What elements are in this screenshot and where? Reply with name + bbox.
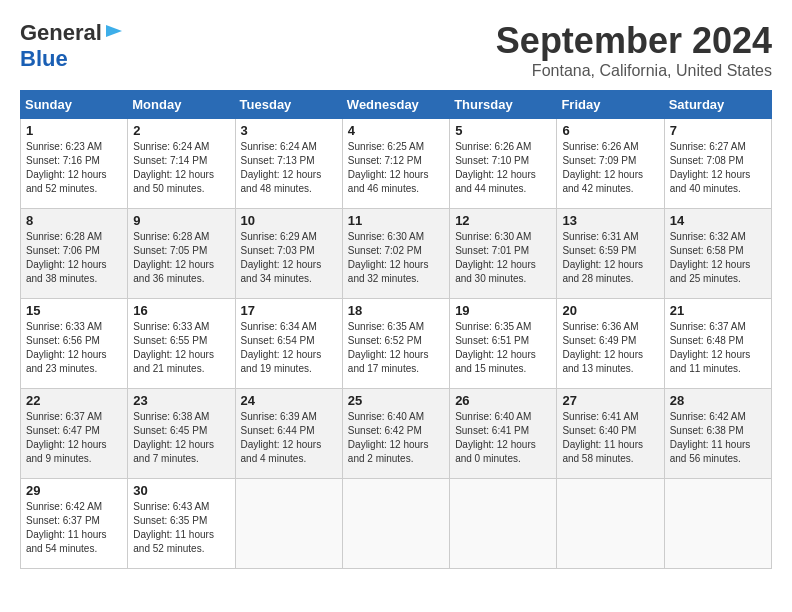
calendar-day-cell: 3 Sunrise: 6:24 AM Sunset: 7:13 PM Dayli…: [235, 119, 342, 209]
day-number: 24: [241, 393, 337, 408]
day-number: 4: [348, 123, 444, 138]
calendar-day-cell: 15 Sunrise: 6:33 AM Sunset: 6:56 PM Dayl…: [21, 299, 128, 389]
title-block: September 2024 Fontana, California, Unit…: [496, 20, 772, 80]
day-number: 27: [562, 393, 658, 408]
day-info: Sunrise: 6:30 AM Sunset: 7:01 PM Dayligh…: [455, 230, 551, 286]
day-number: 5: [455, 123, 551, 138]
day-info: Sunrise: 6:43 AM Sunset: 6:35 PM Dayligh…: [133, 500, 229, 556]
calendar-day-cell: 11 Sunrise: 6:30 AM Sunset: 7:02 PM Dayl…: [342, 209, 449, 299]
day-info: Sunrise: 6:32 AM Sunset: 6:58 PM Dayligh…: [670, 230, 766, 286]
day-number: 28: [670, 393, 766, 408]
month-title: September 2024: [496, 20, 772, 62]
calendar-day-cell: 29 Sunrise: 6:42 AM Sunset: 6:37 PM Dayl…: [21, 479, 128, 569]
calendar-header-friday: Friday: [557, 91, 664, 119]
day-number: 17: [241, 303, 337, 318]
calendar-week-row: 15 Sunrise: 6:33 AM Sunset: 6:56 PM Dayl…: [21, 299, 772, 389]
day-number: 13: [562, 213, 658, 228]
day-number: 3: [241, 123, 337, 138]
calendar-day-cell: 7 Sunrise: 6:27 AM Sunset: 7:08 PM Dayli…: [664, 119, 771, 209]
calendar-day-cell: 17 Sunrise: 6:34 AM Sunset: 6:54 PM Dayl…: [235, 299, 342, 389]
day-info: Sunrise: 6:26 AM Sunset: 7:09 PM Dayligh…: [562, 140, 658, 196]
day-number: 30: [133, 483, 229, 498]
day-info: Sunrise: 6:30 AM Sunset: 7:02 PM Dayligh…: [348, 230, 444, 286]
day-info: Sunrise: 6:38 AM Sunset: 6:45 PM Dayligh…: [133, 410, 229, 466]
day-number: 25: [348, 393, 444, 408]
day-number: 20: [562, 303, 658, 318]
day-number: 14: [670, 213, 766, 228]
calendar-day-cell: 12 Sunrise: 6:30 AM Sunset: 7:01 PM Dayl…: [450, 209, 557, 299]
calendar-week-row: 29 Sunrise: 6:42 AM Sunset: 6:37 PM Dayl…: [21, 479, 772, 569]
day-number: 26: [455, 393, 551, 408]
day-number: 19: [455, 303, 551, 318]
day-number: 10: [241, 213, 337, 228]
calendar-day-cell: [235, 479, 342, 569]
day-info: Sunrise: 6:41 AM Sunset: 6:40 PM Dayligh…: [562, 410, 658, 466]
calendar-header-tuesday: Tuesday: [235, 91, 342, 119]
day-info: Sunrise: 6:39 AM Sunset: 6:44 PM Dayligh…: [241, 410, 337, 466]
calendar-day-cell: 27 Sunrise: 6:41 AM Sunset: 6:40 PM Dayl…: [557, 389, 664, 479]
day-info: Sunrise: 6:34 AM Sunset: 6:54 PM Dayligh…: [241, 320, 337, 376]
day-number: 23: [133, 393, 229, 408]
calendar-day-cell: 9 Sunrise: 6:28 AM Sunset: 7:05 PM Dayli…: [128, 209, 235, 299]
calendar-day-cell: 1 Sunrise: 6:23 AM Sunset: 7:16 PM Dayli…: [21, 119, 128, 209]
day-info: Sunrise: 6:23 AM Sunset: 7:16 PM Dayligh…: [26, 140, 122, 196]
day-number: 12: [455, 213, 551, 228]
day-info: Sunrise: 6:33 AM Sunset: 6:55 PM Dayligh…: [133, 320, 229, 376]
calendar-day-cell: 16 Sunrise: 6:33 AM Sunset: 6:55 PM Dayl…: [128, 299, 235, 389]
calendar-header-row: SundayMondayTuesdayWednesdayThursdayFrid…: [21, 91, 772, 119]
calendar-day-cell: 20 Sunrise: 6:36 AM Sunset: 6:49 PM Dayl…: [557, 299, 664, 389]
calendar-week-row: 8 Sunrise: 6:28 AM Sunset: 7:06 PM Dayli…: [21, 209, 772, 299]
day-info: Sunrise: 6:35 AM Sunset: 6:51 PM Dayligh…: [455, 320, 551, 376]
logo-general-text: General: [20, 20, 102, 46]
calendar-day-cell: 4 Sunrise: 6:25 AM Sunset: 7:12 PM Dayli…: [342, 119, 449, 209]
calendar-day-cell: 23 Sunrise: 6:38 AM Sunset: 6:45 PM Dayl…: [128, 389, 235, 479]
day-info: Sunrise: 6:42 AM Sunset: 6:37 PM Dayligh…: [26, 500, 122, 556]
day-info: Sunrise: 6:33 AM Sunset: 6:56 PM Dayligh…: [26, 320, 122, 376]
calendar-week-row: 22 Sunrise: 6:37 AM Sunset: 6:47 PM Dayl…: [21, 389, 772, 479]
calendar-day-cell: 5 Sunrise: 6:26 AM Sunset: 7:10 PM Dayli…: [450, 119, 557, 209]
calendar-day-cell: 22 Sunrise: 6:37 AM Sunset: 6:47 PM Dayl…: [21, 389, 128, 479]
calendar-header-sunday: Sunday: [21, 91, 128, 119]
day-info: Sunrise: 6:37 AM Sunset: 6:48 PM Dayligh…: [670, 320, 766, 376]
calendar-day-cell: 18 Sunrise: 6:35 AM Sunset: 6:52 PM Dayl…: [342, 299, 449, 389]
day-info: Sunrise: 6:37 AM Sunset: 6:47 PM Dayligh…: [26, 410, 122, 466]
calendar-day-cell: [557, 479, 664, 569]
location-title: Fontana, California, United States: [496, 62, 772, 80]
calendar-day-cell: 25 Sunrise: 6:40 AM Sunset: 6:42 PM Dayl…: [342, 389, 449, 479]
day-number: 7: [670, 123, 766, 138]
day-info: Sunrise: 6:35 AM Sunset: 6:52 PM Dayligh…: [348, 320, 444, 376]
calendar-day-cell: [664, 479, 771, 569]
day-info: Sunrise: 6:26 AM Sunset: 7:10 PM Dayligh…: [455, 140, 551, 196]
day-info: Sunrise: 6:24 AM Sunset: 7:14 PM Dayligh…: [133, 140, 229, 196]
day-number: 6: [562, 123, 658, 138]
calendar-day-cell: 30 Sunrise: 6:43 AM Sunset: 6:35 PM Dayl…: [128, 479, 235, 569]
calendar-day-cell: 28 Sunrise: 6:42 AM Sunset: 6:38 PM Dayl…: [664, 389, 771, 479]
calendar-day-cell: 6 Sunrise: 6:26 AM Sunset: 7:09 PM Dayli…: [557, 119, 664, 209]
day-number: 15: [26, 303, 122, 318]
calendar-day-cell: 24 Sunrise: 6:39 AM Sunset: 6:44 PM Dayl…: [235, 389, 342, 479]
logo-blue-text: Blue: [20, 46, 68, 71]
calendar-day-cell: 19 Sunrise: 6:35 AM Sunset: 6:51 PM Dayl…: [450, 299, 557, 389]
logo-arrow-icon: [104, 21, 124, 45]
day-number: 8: [26, 213, 122, 228]
calendar-day-cell: 2 Sunrise: 6:24 AM Sunset: 7:14 PM Dayli…: [128, 119, 235, 209]
calendar-day-cell: 13 Sunrise: 6:31 AM Sunset: 6:59 PM Dayl…: [557, 209, 664, 299]
day-number: 29: [26, 483, 122, 498]
logo: General Blue: [20, 20, 124, 72]
day-number: 11: [348, 213, 444, 228]
day-number: 18: [348, 303, 444, 318]
calendar-day-cell: 10 Sunrise: 6:29 AM Sunset: 7:03 PM Dayl…: [235, 209, 342, 299]
calendar-day-cell: 26 Sunrise: 6:40 AM Sunset: 6:41 PM Dayl…: [450, 389, 557, 479]
calendar-day-cell: [450, 479, 557, 569]
day-number: 2: [133, 123, 229, 138]
calendar-week-row: 1 Sunrise: 6:23 AM Sunset: 7:16 PM Dayli…: [21, 119, 772, 209]
day-info: Sunrise: 6:42 AM Sunset: 6:38 PM Dayligh…: [670, 410, 766, 466]
calendar-table: SundayMondayTuesdayWednesdayThursdayFrid…: [20, 90, 772, 569]
day-number: 1: [26, 123, 122, 138]
day-info: Sunrise: 6:31 AM Sunset: 6:59 PM Dayligh…: [562, 230, 658, 286]
calendar-header-wednesday: Wednesday: [342, 91, 449, 119]
page-header: General Blue September 2024 Fontana, Cal…: [20, 20, 772, 80]
day-number: 21: [670, 303, 766, 318]
calendar-header-thursday: Thursday: [450, 91, 557, 119]
day-info: Sunrise: 6:40 AM Sunset: 6:41 PM Dayligh…: [455, 410, 551, 466]
